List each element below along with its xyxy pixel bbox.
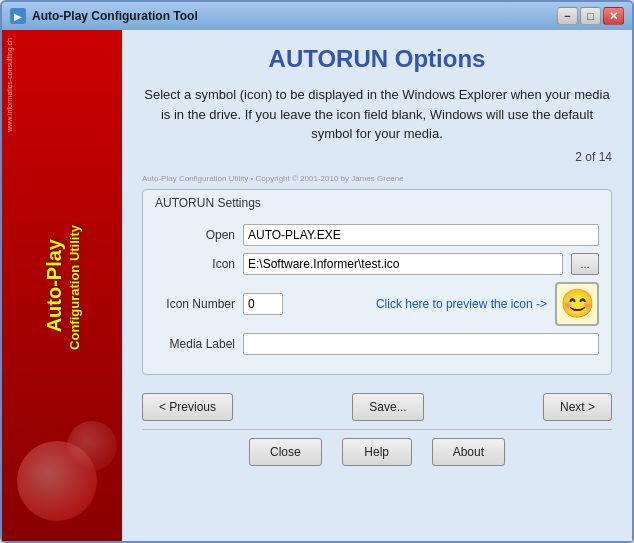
open-label: Open xyxy=(155,228,235,242)
next-button[interactable]: Next > xyxy=(543,393,612,421)
footer-row: Close Help About xyxy=(142,429,612,466)
main-panel: AUTORUN Options Select a symbol (icon) t… xyxy=(122,30,632,541)
about-button[interactable]: About xyxy=(432,438,505,466)
copyright-note: Auto-Play Configuration Utility • Copyri… xyxy=(142,174,612,183)
save-button[interactable]: Save... xyxy=(352,393,423,421)
media-label-input[interactable] xyxy=(243,333,599,355)
page-title: AUTORUN Options xyxy=(142,45,612,73)
icon-preview[interactable]: 😊 xyxy=(555,282,599,326)
title-bar-buttons: − □ ✕ xyxy=(557,7,624,25)
help-button[interactable]: Help xyxy=(342,438,412,466)
browse-button[interactable]: ... xyxy=(571,253,599,275)
icon-label: Icon xyxy=(155,257,235,271)
previous-button[interactable]: < Previous xyxy=(142,393,233,421)
app-icon: ▶ xyxy=(10,8,26,24)
page-description: Select a symbol (icon) to be displayed i… xyxy=(142,85,612,144)
content-area: www.informatics-consulting.ch Auto-Play … xyxy=(2,30,632,541)
main-window: ▶ Auto-Play Configuration Tool − □ ✕ www… xyxy=(0,0,634,543)
settings-group-title: AUTORUN Settings xyxy=(155,196,599,210)
close-window-button[interactable]: ✕ xyxy=(603,7,624,25)
settings-group: AUTORUN Settings Open Icon ... Icon Numb… xyxy=(142,189,612,375)
sidebar-subtitle: Configuration Utility xyxy=(67,225,82,350)
open-input[interactable] xyxy=(243,224,599,246)
maximize-button[interactable]: □ xyxy=(580,7,601,25)
title-bar: ▶ Auto-Play Configuration Tool − □ ✕ xyxy=(2,2,632,30)
window-title: Auto-Play Configuration Tool xyxy=(32,9,198,23)
preview-icon-link[interactable]: Click here to preview the icon -> xyxy=(291,297,547,311)
page-counter: 2 of 14 xyxy=(142,150,612,164)
open-row: Open xyxy=(155,224,599,246)
icon-number-label: Icon Number xyxy=(155,297,235,311)
icon-row: Icon ... xyxy=(155,253,599,275)
minimize-button[interactable]: − xyxy=(557,7,578,25)
icon-number-input[interactable] xyxy=(243,293,283,315)
title-bar-left: ▶ Auto-Play Configuration Tool xyxy=(10,8,198,24)
sidebar: www.informatics-consulting.ch Auto-Play … xyxy=(2,30,122,541)
media-label-row: Media Label xyxy=(155,333,599,355)
sidebar-title: Auto-Play xyxy=(43,239,65,332)
nav-row: < Previous Save... Next > xyxy=(142,393,612,421)
icon-number-row: Icon Number Click here to preview the ic… xyxy=(155,282,599,326)
media-label-label: Media Label xyxy=(155,337,235,351)
sidebar-text-container: Auto-Play Configuration Utility xyxy=(43,40,82,531)
close-button[interactable]: Close xyxy=(249,438,322,466)
icon-input[interactable] xyxy=(243,253,563,275)
sidebar-copyright: www.informatics-consulting.ch xyxy=(6,38,13,132)
